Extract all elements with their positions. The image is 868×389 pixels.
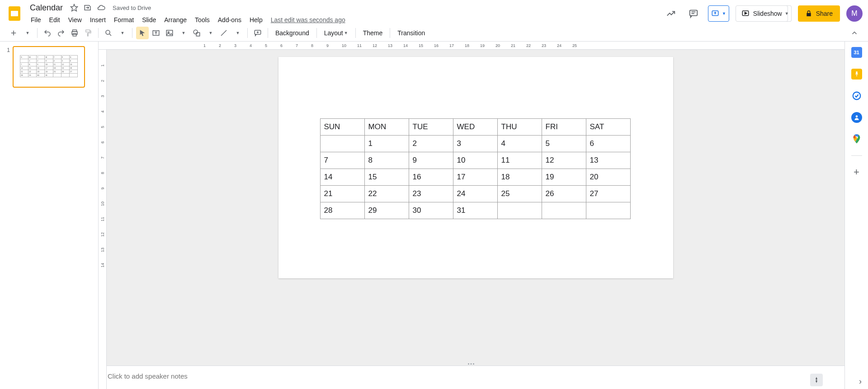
keep-addon-icon[interactable] [851,69,862,80]
redo-button[interactable] [55,27,67,39]
get-addons-icon[interactable]: + [851,167,862,178]
cell[interactable]: 13 [586,152,630,169]
shape-dropdown[interactable]: ▼ [204,27,217,39]
slides-logo-icon[interactable] [5,5,24,23]
canvas-inner[interactable]: SUN MON TUE WED THU FRI SAT 1 2 3 4 [99,50,844,362]
cell[interactable]: 5 [542,136,586,152]
calendar-table[interactable]: SUN MON TUE WED THU FRI SAT 1 2 3 4 [320,118,631,219]
explore-button[interactable] [810,374,823,386]
cloud-icon[interactable] [97,3,106,12]
menu-insert[interactable]: Insert [86,14,109,25]
image-dropdown[interactable]: ▼ [177,27,189,39]
layout-button[interactable]: Layout▼ [321,27,352,39]
cell[interactable]: 12 [542,152,586,169]
cell[interactable]: 22 [364,186,409,202]
cell[interactable]: 4 [497,136,542,152]
header-tue[interactable]: TUE [409,119,453,136]
header-thu[interactable]: THU [497,119,542,136]
cell[interactable]: 3 [453,136,497,152]
new-slide-button[interactable] [7,27,20,39]
cell[interactable]: 10 [453,152,497,169]
document-title[interactable]: Calendar [27,2,66,14]
contacts-addon-icon[interactable] [851,112,862,123]
cell[interactable] [497,202,542,219]
last-edit-link[interactable]: Last edit was seconds ago [267,14,349,25]
slide-thumbnail[interactable]: SMTWTFS 123456 78910111213 1415161718192… [13,46,85,88]
share-button[interactable]: Share [798,5,840,22]
cell[interactable]: 28 [320,202,364,219]
cell[interactable]: 1 [364,136,409,152]
line-dropdown[interactable]: ▼ [231,27,244,39]
header-wed[interactable]: WED [453,119,497,136]
cell[interactable]: 19 [542,169,586,186]
cell[interactable]: 17 [453,169,497,186]
cell[interactable] [320,136,364,152]
menu-slide[interactable]: Slide [138,14,160,25]
comment-button[interactable] [251,27,264,39]
zoom-button[interactable] [102,27,115,39]
menu-format[interactable]: Format [110,14,137,25]
filmstrip-slide-1[interactable]: 1 SMTWTFS 123456 78910111213 14151617181… [4,46,94,88]
save-status[interactable]: Saved to Drive [113,5,151,11]
undo-button[interactable] [41,27,54,39]
cell[interactable]: 29 [364,202,409,219]
account-avatar[interactable]: M [846,5,863,22]
cell[interactable]: 20 [586,169,630,186]
cell[interactable]: 24 [453,186,497,202]
textbox-tool[interactable] [150,27,162,39]
tasks-addon-icon[interactable] [851,90,862,101]
cell[interactable] [542,202,586,219]
cell[interactable]: 26 [542,186,586,202]
maps-addon-icon[interactable] [851,134,862,145]
transition-button[interactable]: Transition [394,27,429,39]
cell[interactable]: 25 [497,186,542,202]
background-button[interactable]: Background [272,27,313,39]
header-fri[interactable]: FRI [542,119,586,136]
print-button[interactable] [68,27,81,39]
select-tool[interactable] [136,27,149,39]
cell[interactable]: 6 [586,136,630,152]
menu-help[interactable]: Help [246,14,266,25]
menu-file[interactable]: File [27,14,45,25]
image-tool[interactable] [163,27,176,39]
menu-addons[interactable]: Add-ons [214,14,245,25]
cell[interactable]: 8 [364,152,409,169]
notes-drag-handle[interactable] [99,362,844,366]
line-tool[interactable] [217,27,230,39]
activity-icon[interactable] [663,5,679,22]
hide-sidepanel-icon[interactable]: › [859,377,862,386]
cell[interactable]: 9 [409,152,453,169]
cell[interactable]: 27 [586,186,630,202]
zoom-dropdown[interactable]: ▼ [116,27,128,39]
star-icon[interactable] [70,3,79,12]
speaker-notes[interactable]: Click to add speaker notes [99,366,844,389]
ruler-horizontal[interactable]: 1234567891011121314151617181920212223242… [99,42,844,50]
cell[interactable]: 11 [497,152,542,169]
slide-canvas[interactable]: SUN MON TUE WED THU FRI SAT 1 2 3 4 [278,57,673,278]
paint-format-button[interactable] [82,27,94,39]
cell[interactable]: 23 [409,186,453,202]
header-sat[interactable]: SAT [586,119,630,136]
calendar-addon-icon[interactable]: 31 [851,47,862,58]
cell[interactable]: 14 [320,169,364,186]
cell[interactable] [586,202,630,219]
menu-view[interactable]: View [65,14,85,25]
cell[interactable]: 21 [320,186,364,202]
comments-icon[interactable] [685,5,702,22]
cell[interactable]: 15 [364,169,409,186]
shape-tool[interactable] [190,27,203,39]
ruler-vertical[interactable]: 1234567891011121314 [99,50,107,389]
hide-menus-button[interactable] [848,27,861,39]
cell[interactable]: 30 [409,202,453,219]
theme-button[interactable]: Theme [359,27,387,39]
header-sun[interactable]: SUN [320,119,364,136]
cell[interactable]: 2 [409,136,453,152]
menu-tools[interactable]: Tools [191,14,213,25]
menu-arrange[interactable]: Arrange [160,14,190,25]
present-button[interactable]: ▼ [708,5,729,22]
slideshow-dropdown[interactable]: ▼ [782,5,792,22]
menu-edit[interactable]: Edit [46,14,64,25]
header-mon[interactable]: MON [364,119,409,136]
cell[interactable]: 18 [497,169,542,186]
new-slide-dropdown[interactable]: ▼ [21,27,33,39]
